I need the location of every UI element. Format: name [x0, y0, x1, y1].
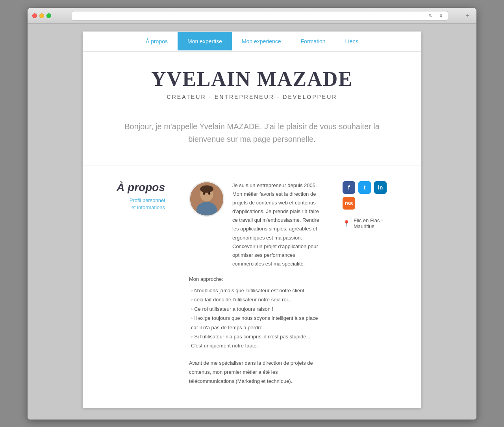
approach-item-1: N'oublions jamais que l'utilisateur est … [189, 286, 323, 295]
content-sidebar: À propos Profil personnelet informations [102, 181, 173, 392]
approach-item-4: Il exige toujours que nous soyons intell… [189, 314, 323, 332]
approach-item-5: Si l'utilisateur n'a pas compris, il n'e… [189, 332, 323, 351]
url-bar[interactable]: ↻ ⬇ [72, 11, 448, 20]
approach-item-3: Ce roi utilisateur a toujours raison ! [189, 304, 323, 314]
approach-list: N'oublions jamais que l'utilisateur est … [189, 286, 323, 351]
hero-welcome: Bonjour, je m'appelle Yvelain MAZADE. J'… [118, 120, 386, 145]
svg-point-5 [208, 192, 211, 195]
hero-section: YVELAIN MAZADE CREATEUR - ENTREPRENEUR -… [83, 52, 421, 165]
approach-item-2: ceci fait donc de l'utilisateur notre se… [189, 295, 323, 304]
browser-content: À propos Mon expertise Mon experience Fo… [28, 24, 476, 420]
svg-point-4 [203, 192, 206, 195]
browser-buttons [32, 13, 51, 18]
location-pin-icon: 📍 [343, 220, 350, 227]
location-text: Flic en Flac - Mauritius [354, 217, 402, 229]
hero-subtitle: CREATEUR - ENTREPRENEUR - DEVELOPPEUR [91, 94, 413, 100]
linkedin-icon[interactable]: in [374, 181, 387, 194]
nav-item-experience[interactable]: Mon experience [232, 32, 291, 50]
browser-window: ↻ ⬇ + À propos Mon expertise Mon experie… [28, 8, 476, 420]
section-title: À propos [102, 181, 165, 194]
nav-item-apropos[interactable]: À propos [136, 32, 178, 50]
profile-intro: Je suis un entrepreneur depuis 2005. Mon… [189, 181, 323, 268]
download-icon[interactable]: ⬇ [437, 12, 445, 19]
content-main: Je suis un entrepreneur depuis 2005. Mon… [181, 181, 331, 392]
close-button[interactable] [32, 13, 37, 18]
browser-titlebar: ↻ ⬇ + [28, 8, 476, 24]
refresh-icon[interactable]: ↻ [427, 12, 434, 19]
rss-icon[interactable]: rss [343, 197, 355, 210]
website: À propos Mon expertise Mon experience Fo… [83, 32, 421, 408]
approach-title: Mon approche: [189, 276, 323, 282]
add-tab-button[interactable]: + [464, 12, 472, 20]
section-subtitle: Profil personnelet informations [102, 197, 165, 211]
intro-text: Je suis un entrepreneur depuis 2005. Mon… [232, 181, 323, 268]
avatar-placeholder [190, 181, 223, 217]
content-right: f t in rss 📍 Flic en Flac - Mauritius [339, 181, 402, 392]
main-content: À propos Profil personnelet informations [83, 165, 421, 408]
nav-item-formation[interactable]: Formation [291, 32, 335, 50]
social-icons: f t in rss [343, 181, 402, 210]
nav-bar: À propos Mon expertise Mon experience Fo… [83, 32, 421, 51]
nav-item-expertise[interactable]: Mon expertise [178, 32, 232, 50]
svg-point-3 [200, 185, 213, 193]
url-input[interactable] [75, 13, 424, 19]
nav-item-liens[interactable]: Liens [335, 32, 368, 50]
url-icons: ↻ ⬇ [427, 12, 445, 19]
avatar [189, 181, 224, 217]
navigation: À propos Mon expertise Mon experience Fo… [83, 32, 421, 52]
location-info: 📍 Flic en Flac - Mauritius [343, 217, 402, 229]
maximize-button[interactable] [46, 13, 51, 18]
facebook-icon[interactable]: f [343, 181, 355, 194]
bio-closing: Avant de me spécialiser dans la directio… [189, 358, 323, 386]
minimize-button[interactable] [39, 13, 44, 18]
twitter-icon[interactable]: t [358, 181, 371, 194]
hero-name: YVELAIN MAZADE [91, 67, 413, 91]
